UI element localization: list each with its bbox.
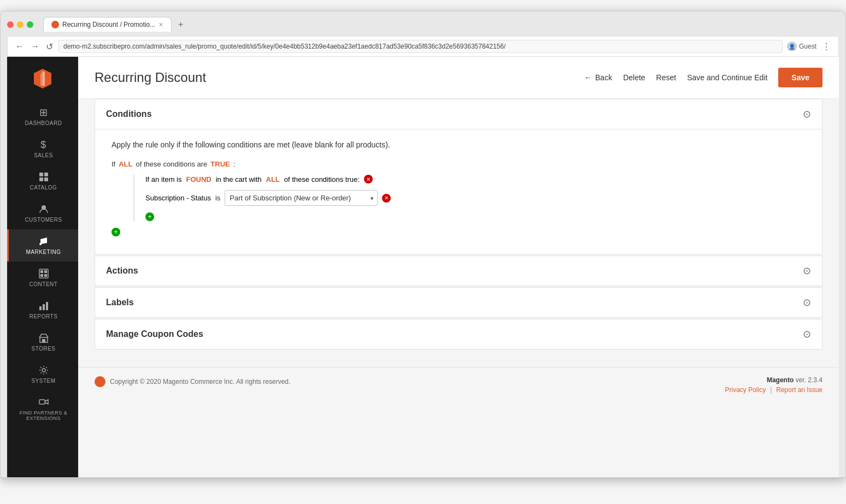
coupon-toggle-icon[interactable]: ⊙ bbox=[803, 328, 811, 340]
sidebar-item-label: SALES bbox=[34, 152, 53, 158]
svg-rect-17 bbox=[46, 302, 48, 310]
conditions-text-2: of these conditions are bbox=[136, 160, 208, 168]
sidebar-item-marketing[interactable]: MARKETING bbox=[7, 229, 78, 262]
remove-nested-condition-button[interactable]: ✕ bbox=[364, 175, 373, 183]
sidebar-item-sales[interactable]: $ SALES bbox=[7, 133, 78, 165]
all-keyword-2[interactable]: ALL bbox=[266, 175, 280, 183]
new-tab-button[interactable]: + bbox=[174, 17, 187, 32]
sidebar-item-system[interactable]: SYSTEM bbox=[7, 358, 78, 390]
reset-button[interactable]: Reset bbox=[656, 73, 677, 82]
save-button[interactable]: Save bbox=[778, 68, 822, 87]
conditions-toggle-icon[interactable]: ⊙ bbox=[803, 108, 811, 120]
svg-point-9 bbox=[39, 243, 42, 245]
svg-rect-14 bbox=[44, 274, 47, 277]
labels-section-title: Labels bbox=[106, 298, 134, 307]
condition-value-wrapper: Part of Subscription (New or Re-order) N… bbox=[225, 190, 378, 206]
sidebar-item-label: CUSTOMERS bbox=[25, 217, 62, 223]
dashboard-icon: ⊞ bbox=[38, 107, 49, 118]
actions-section-header[interactable]: Actions ⊙ bbox=[95, 256, 822, 286]
remove-subscription-condition-button[interactable]: ✕ bbox=[382, 194, 391, 203]
if-label: If bbox=[111, 160, 115, 168]
conditions-text-3: : bbox=[233, 160, 236, 168]
footer-version-line: Magento ver. 2.3.4 bbox=[725, 376, 822, 384]
browser-menu-button[interactable]: ⋮ bbox=[821, 41, 832, 52]
svg-rect-4 bbox=[44, 173, 48, 176]
delete-button[interactable]: Delete bbox=[623, 73, 645, 82]
sidebar-item-label: CONTENT bbox=[30, 281, 58, 287]
customers-icon bbox=[38, 204, 49, 215]
privacy-policy-link[interactable]: Privacy Policy bbox=[725, 386, 766, 394]
tab-title: Recurring Discount / Promotio... bbox=[62, 21, 155, 28]
page-footer: Copyright © 2020 Magento Commerce Inc. A… bbox=[78, 367, 839, 402]
subscription-status-label: Subscription - Status bbox=[145, 194, 211, 202]
subscription-status-select[interactable]: Part of Subscription (New or Re-order) N… bbox=[225, 190, 378, 206]
footer-right: Magento ver. 2.3.4 Privacy Policy | Repo… bbox=[725, 376, 822, 394]
add-condition-button-2[interactable]: + bbox=[111, 228, 120, 236]
subscription-condition-row: Subscription - Status is Part of Subscri… bbox=[145, 190, 806, 206]
coupon-section: Manage Coupon Codes ⊙ bbox=[95, 319, 822, 349]
svg-rect-6 bbox=[44, 177, 48, 181]
browser-tab[interactable]: Recurring Discount / Promotio... ✕ bbox=[43, 17, 172, 32]
user-label: Guest bbox=[799, 43, 816, 50]
forward-nav-button[interactable]: → bbox=[30, 41, 40, 51]
page-header: Recurring Discount ← Back Delete Reset S… bbox=[78, 57, 839, 99]
sidebar-item-label: REPORTS bbox=[30, 313, 58, 319]
is-label: is bbox=[215, 194, 220, 202]
svg-marker-2 bbox=[43, 71, 45, 86]
svg-rect-11 bbox=[40, 270, 43, 273]
svg-rect-5 bbox=[39, 177, 43, 181]
sidebar-item-reports[interactable]: REPORTS bbox=[7, 294, 78, 326]
svg-rect-13 bbox=[40, 274, 43, 277]
sales-icon: $ bbox=[38, 139, 49, 150]
sidebar-item-label: CATALOG bbox=[30, 185, 57, 191]
conditions-section: Conditions ⊙ Apply the rule only if the … bbox=[95, 99, 822, 254]
sidebar-item-catalog[interactable]: CATALOG bbox=[7, 165, 78, 197]
all-keyword[interactable]: ALL bbox=[119, 160, 132, 168]
sidebar-item-dashboard[interactable]: ⊞ DASHBOARD bbox=[7, 100, 78, 133]
sidebar-item-label: MARKETING bbox=[26, 249, 61, 255]
marketing-icon bbox=[38, 236, 49, 247]
labels-toggle-icon[interactable]: ⊙ bbox=[803, 297, 811, 309]
conditions-section-title: Conditions bbox=[106, 109, 152, 119]
maximize-button[interactable] bbox=[27, 21, 33, 28]
coupon-section-header[interactable]: Manage Coupon Codes ⊙ bbox=[95, 319, 822, 349]
footer-magento-label: Magento bbox=[767, 376, 794, 384]
sidebar-item-label: SYSTEM bbox=[31, 378, 55, 384]
address-bar[interactable]: demo-m2.subscribepro.com/admin/sales_rul… bbox=[58, 40, 783, 53]
svg-rect-21 bbox=[39, 400, 45, 404]
svg-rect-12 bbox=[44, 270, 47, 273]
browser-user: 👤 Guest bbox=[787, 41, 816, 51]
add-condition-row-2: + bbox=[111, 228, 806, 236]
sidebar-item-content[interactable]: CONTENT bbox=[7, 262, 78, 294]
nested-condition-block: If an item is FOUND in the cart with ALL… bbox=[133, 175, 806, 221]
save-continue-button[interactable]: Save and Continue Edit bbox=[687, 73, 767, 82]
found-keyword[interactable]: FOUND bbox=[186, 175, 211, 183]
back-nav-button[interactable]: ← bbox=[14, 41, 25, 51]
svg-rect-3 bbox=[39, 173, 43, 176]
copyright-text: Copyright © 2020 Magento Commerce Inc. A… bbox=[110, 378, 290, 386]
minimize-button[interactable] bbox=[17, 21, 24, 28]
report-issue-link[interactable]: Report an Issue bbox=[776, 386, 822, 394]
sidebar-item-stores[interactable]: STORES bbox=[7, 326, 78, 358]
user-avatar-icon: 👤 bbox=[787, 41, 797, 51]
reload-button[interactable]: ↺ bbox=[45, 41, 54, 52]
back-arrow-icon: ← bbox=[584, 73, 592, 82]
conditions-body: Apply the rule only if the following con… bbox=[95, 129, 822, 254]
sidebar: ⊞ DASHBOARD $ SALES CATALOG bbox=[7, 57, 78, 477]
sidebar-item-find-partners[interactable]: FIND PARTNERS & EXTENSIONS bbox=[7, 390, 78, 428]
labels-section-header[interactable]: Labels ⊙ bbox=[95, 288, 822, 317]
conditions-section-header[interactable]: Conditions ⊙ bbox=[95, 99, 822, 129]
actions-toggle-icon[interactable]: ⊙ bbox=[803, 265, 811, 277]
sidebar-item-label: STORES bbox=[32, 346, 56, 352]
content-area: Conditions ⊙ Apply the rule only if the … bbox=[78, 99, 839, 367]
conditions-description: Apply the rule only if the following con… bbox=[111, 140, 806, 149]
header-actions: ← Back Delete Reset Save and Continue Ed… bbox=[584, 68, 822, 87]
tab-close-icon[interactable]: ✕ bbox=[158, 21, 163, 28]
add-condition-button-1[interactable]: + bbox=[145, 212, 154, 221]
back-button[interactable]: ← Back bbox=[584, 73, 612, 82]
catalog-icon bbox=[38, 171, 49, 182]
svg-rect-15 bbox=[39, 306, 42, 310]
close-button[interactable] bbox=[7, 21, 14, 28]
true-keyword[interactable]: TRUE bbox=[210, 160, 230, 168]
sidebar-item-customers[interactable]: CUSTOMERS bbox=[7, 197, 78, 229]
